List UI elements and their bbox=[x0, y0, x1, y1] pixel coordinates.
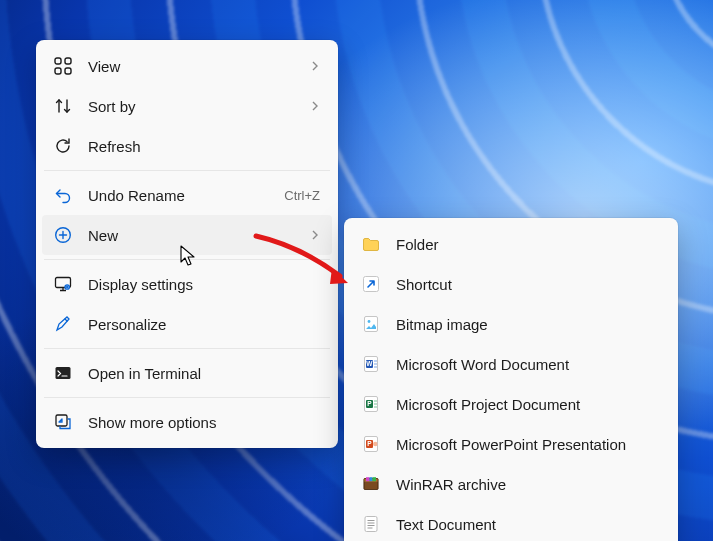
menu-item-label: Open in Terminal bbox=[88, 365, 320, 382]
menu-item-label: Text Document bbox=[396, 516, 660, 533]
sort-icon bbox=[52, 95, 74, 117]
menu-separator bbox=[44, 170, 330, 171]
personalize-icon bbox=[52, 313, 74, 335]
submenu-item-powerpoint[interactable]: P Microsoft PowerPoint Presentation bbox=[350, 424, 672, 464]
new-submenu: Folder Shortcut Bitmap image W bbox=[344, 218, 678, 541]
text-document-icon bbox=[360, 513, 382, 535]
chevron-right-icon bbox=[310, 227, 320, 244]
chevron-right-icon bbox=[310, 58, 320, 75]
menu-item-view[interactable]: View bbox=[42, 46, 332, 86]
svg-rect-1 bbox=[65, 58, 71, 64]
svg-point-11 bbox=[368, 320, 371, 323]
submenu-item-folder[interactable]: Folder bbox=[350, 224, 672, 264]
menu-item-label: Folder bbox=[396, 236, 660, 253]
svg-rect-2 bbox=[55, 68, 61, 74]
svg-text:P: P bbox=[367, 440, 372, 447]
menu-item-undo-rename[interactable]: Undo Rename Ctrl+Z bbox=[42, 175, 332, 215]
menu-separator bbox=[44, 348, 330, 349]
menu-item-label: WinRAR archive bbox=[396, 476, 660, 493]
svg-rect-28 bbox=[365, 517, 377, 532]
shortcut-icon bbox=[360, 273, 382, 295]
svg-rect-7 bbox=[56, 367, 71, 379]
menu-item-label: View bbox=[88, 58, 302, 75]
menu-item-personalize[interactable]: Personalize bbox=[42, 304, 332, 344]
menu-item-new[interactable]: New bbox=[42, 215, 332, 255]
new-icon bbox=[52, 224, 74, 246]
terminal-icon bbox=[52, 362, 74, 384]
submenu-item-shortcut[interactable]: Shortcut bbox=[350, 264, 672, 304]
menu-item-label: New bbox=[88, 227, 302, 244]
svg-rect-27 bbox=[373, 477, 377, 481]
menu-item-label: Sort by bbox=[88, 98, 302, 115]
submenu-item-winrar[interactable]: WinRAR archive bbox=[350, 464, 672, 504]
folder-icon bbox=[360, 233, 382, 255]
menu-item-label: Shortcut bbox=[396, 276, 660, 293]
project-icon: P bbox=[360, 393, 382, 415]
svg-rect-10 bbox=[365, 317, 378, 332]
menu-separator bbox=[44, 259, 330, 260]
display-settings-icon bbox=[52, 273, 74, 295]
powerpoint-icon: P bbox=[360, 433, 382, 455]
menu-item-open-in-terminal[interactable]: Open in Terminal bbox=[42, 353, 332, 393]
menu-item-label: Show more options bbox=[88, 414, 320, 431]
bitmap-icon bbox=[360, 313, 382, 335]
menu-item-refresh[interactable]: Refresh bbox=[42, 126, 332, 166]
menu-item-display-settings[interactable]: Display settings bbox=[42, 264, 332, 304]
menu-item-label: Microsoft Project Document bbox=[396, 396, 660, 413]
view-icon bbox=[52, 55, 74, 77]
menu-item-label: Display settings bbox=[88, 276, 320, 293]
svg-text:P: P bbox=[367, 400, 372, 407]
svg-rect-3 bbox=[65, 68, 71, 74]
submenu-item-project[interactable]: P Microsoft Project Document bbox=[350, 384, 672, 424]
submenu-item-word[interactable]: W Microsoft Word Document bbox=[350, 344, 672, 384]
menu-item-label: Microsoft PowerPoint Presentation bbox=[396, 436, 660, 453]
svg-text:W: W bbox=[366, 360, 373, 367]
submenu-item-bitmap[interactable]: Bitmap image bbox=[350, 304, 672, 344]
undo-icon bbox=[52, 184, 74, 206]
svg-rect-25 bbox=[366, 477, 370, 481]
keyboard-shortcut: Ctrl+Z bbox=[284, 188, 320, 203]
word-icon: W bbox=[360, 353, 382, 375]
svg-rect-0 bbox=[55, 58, 61, 64]
menu-item-label: Undo Rename bbox=[88, 187, 276, 204]
chevron-right-icon bbox=[310, 98, 320, 115]
submenu-item-text[interactable]: Text Document bbox=[350, 504, 672, 541]
menu-item-label: Refresh bbox=[88, 138, 320, 155]
menu-item-label: Bitmap image bbox=[396, 316, 660, 333]
refresh-icon bbox=[52, 135, 74, 157]
show-more-icon bbox=[52, 411, 74, 433]
menu-item-label: Personalize bbox=[88, 316, 320, 333]
menu-separator bbox=[44, 397, 330, 398]
svg-point-21 bbox=[373, 442, 378, 447]
desktop-context-menu: View Sort by Refresh bbox=[36, 40, 338, 448]
menu-item-label: Microsoft Word Document bbox=[396, 356, 660, 373]
menu-item-sort-by[interactable]: Sort by bbox=[42, 86, 332, 126]
svg-rect-26 bbox=[370, 477, 373, 481]
menu-item-show-more-options[interactable]: Show more options bbox=[42, 402, 332, 442]
winrar-icon bbox=[360, 473, 382, 495]
